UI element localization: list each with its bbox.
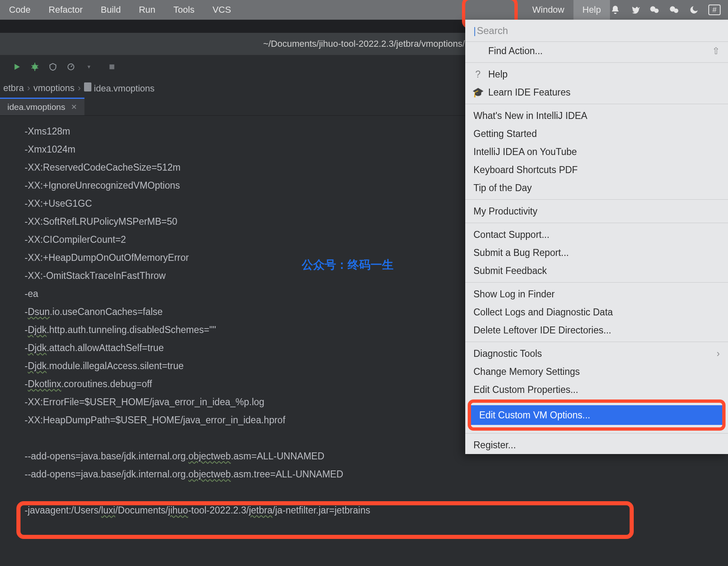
breadcrumb-seg-1[interactable]: vmoptions <box>33 83 74 94</box>
wechat2-icon[interactable] <box>669 5 680 15</box>
menu-tools[interactable]: Tools <box>164 0 203 20</box>
help-menu-item[interactable]: Show Log in Finder <box>465 285 728 303</box>
menu-code[interactable]: Code <box>0 0 40 20</box>
file-icon <box>84 82 91 91</box>
help-menu-item[interactable]: Getting Started <box>465 125 728 143</box>
help-search-input[interactable]: |Search <box>465 20 728 42</box>
help-menu-item[interactable]: Register... <box>465 436 728 454</box>
help-menu-item[interactable]: Tip of the Day <box>465 179 728 197</box>
chevron-right-icon: › <box>27 83 30 94</box>
help-menu-item[interactable]: Keyboard Shortcuts PDF <box>465 161 728 179</box>
help-menu-item[interactable]: 🎓Learn IDE Features <box>465 83 728 101</box>
breadcrumb-seg-0[interactable]: etbra <box>3 83 24 94</box>
help-menu-item[interactable]: Delete Leftover IDE Directories... <box>465 321 728 339</box>
menu-refactor[interactable]: Refactor <box>40 0 92 20</box>
wechat-icon[interactable] <box>649 5 660 15</box>
menu-vcs[interactable]: VCS <box>203 0 240 20</box>
bell-icon[interactable] <box>610 5 621 15</box>
watermark-text: 公众号：终码一生 <box>302 256 394 274</box>
help-menu-item[interactable]: Diagnostic Tools› <box>465 345 728 363</box>
menu-help[interactable]: Help <box>573 0 610 20</box>
stop-icon[interactable] <box>107 62 117 72</box>
help-menu-item[interactable]: IntelliJ IDEA on YouTube <box>465 143 728 161</box>
help-menu-item[interactable]: Collect Logs and Diagnostic Data <box>465 303 728 321</box>
chevron-right-icon: › <box>717 348 720 359</box>
help-menu-item[interactable]: ?Help <box>465 65 728 83</box>
grid-icon[interactable]: # <box>708 5 721 15</box>
help-dropdown: |Search Find Action...⇧?Help🎓Learn IDE F… <box>465 20 728 454</box>
help-menu-edit-custom-vm-options[interactable]: Edit Custom VM Options... <box>471 405 722 425</box>
run-icon[interactable] <box>11 62 22 72</box>
menu-run[interactable]: Run <box>130 0 164 20</box>
profile-dropdown-icon[interactable]: ▼ <box>84 62 94 72</box>
svg-point-4 <box>32 64 37 69</box>
help-menu-item[interactable]: Submit Feedback <box>465 262 728 280</box>
help-menu-item[interactable]: Edit Custom Properties... <box>465 381 728 399</box>
profile-icon[interactable] <box>66 62 76 72</box>
titlebar-path-text: ~/Documents/jihuo-tool-2022.2.3/jetbra/v… <box>263 39 465 49</box>
debug-icon[interactable] <box>30 62 40 72</box>
chevron-right-icon: › <box>78 83 81 94</box>
help-menu-item[interactable]: Find Action...⇧ <box>465 42 728 60</box>
menu-item-icon: ? <box>473 69 482 80</box>
editor-line <box>25 483 728 501</box>
tab-idea-vmoptions[interactable]: idea.vmoptions ✕ <box>0 98 84 115</box>
svg-point-1 <box>654 9 659 13</box>
menubar-right: Window Help <box>523 0 610 20</box>
editor-line: -javaagent:/Users/luxi/Documents/jihuo-t… <box>25 501 728 519</box>
shortcut-icon: ⇧ <box>712 46 720 57</box>
close-icon[interactable]: ✕ <box>71 103 77 112</box>
svg-point-3 <box>674 9 678 13</box>
menubar-left: Code Refactor Build Run Tools VCS <box>0 0 240 20</box>
help-menu-item[interactable]: My Productivity <box>465 202 728 220</box>
coverage-icon[interactable] <box>48 62 58 72</box>
breadcrumb-file[interactable]: idea.vmoptions <box>84 82 155 94</box>
edit-vm-options-highlight: Edit Custom VM Options... <box>468 399 726 431</box>
help-menu-item[interactable]: Change Memory Settings <box>465 363 728 381</box>
tab-label: idea.vmoptions <box>7 102 65 112</box>
editor-line: --add-opens=java.base/jdk.internal.org.o… <box>25 465 728 483</box>
moon-icon[interactable] <box>689 5 699 15</box>
bird-icon[interactable] <box>630 5 640 15</box>
menu-item-icon: 🎓 <box>473 87 482 98</box>
help-menu-item[interactable]: Submit a Bug Report... <box>465 244 728 262</box>
menubar: Code Refactor Build Run Tools VCS Window… <box>0 0 728 20</box>
menubar-tray: # <box>610 5 728 15</box>
menu-window[interactable]: Window <box>523 0 573 20</box>
menu-build[interactable]: Build <box>92 0 130 20</box>
help-menu-item[interactable]: Contact Support... <box>465 226 728 244</box>
help-menu-item[interactable]: What's New in IntelliJ IDEA <box>465 107 728 125</box>
svg-rect-6 <box>109 64 114 69</box>
